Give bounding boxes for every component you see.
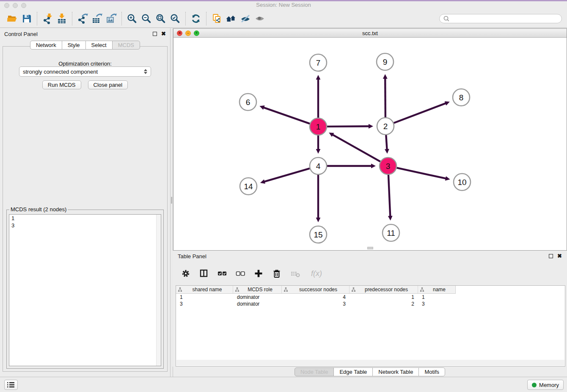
panel-menu-button[interactable] (4, 380, 18, 390)
tab-network-table[interactable]: Network Table (372, 367, 419, 376)
column-header-shared-name[interactable]: shared name (176, 286, 233, 293)
search-box (439, 14, 562, 23)
show-all-button[interactable] (253, 11, 267, 26)
mcds-result-scrollbar[interactable] (156, 215, 161, 366)
window-titlebar: Session: New Session (0, 0, 567, 9)
edge-3-11[interactable] (388, 175, 393, 221)
export-table-button[interactable] (90, 11, 104, 26)
network-canvas[interactable]: 7968124314101511 (173, 38, 567, 250)
tab-node-table[interactable]: Node Table (295, 367, 334, 376)
tab-mcds[interactable]: MCDS (112, 41, 140, 50)
zoom-fit-button[interactable] (154, 11, 168, 26)
graph-node-4[interactable]: 4 (310, 157, 327, 174)
delete-columns-button[interactable] (272, 269, 281, 278)
close-table-panel-icon[interactable]: ✖ (557, 254, 562, 258)
window-title: Session: New Session (0, 2, 567, 8)
tab-edge-table[interactable]: Edge Table (333, 367, 373, 376)
graph-node-8[interactable]: 8 (453, 89, 470, 106)
column-header-name[interactable]: name (418, 286, 455, 293)
select-all-columns-button[interactable] (217, 269, 227, 278)
column-header-mcds-role[interactable]: MCDS role (233, 286, 282, 293)
graph-node-15[interactable]: 15 (310, 226, 327, 243)
criterion-select[interactable]: strongly connected component (19, 66, 151, 77)
column-header-successor-nodes[interactable]: successor nodes (282, 286, 350, 293)
list-icon (7, 381, 15, 388)
node-label: 15 (314, 230, 322, 239)
run-mcds-button[interactable]: Run MCDS (42, 80, 81, 89)
node-label: 6 (246, 98, 250, 107)
close-panel-icon[interactable]: ✖ (161, 32, 166, 36)
edge-2-3[interactable] (385, 135, 389, 154)
close-panel-button[interactable]: Close panel (88, 80, 128, 89)
graph-node-7[interactable]: 7 (310, 54, 327, 71)
search-icon (443, 15, 450, 22)
edge-2-9[interactable] (383, 74, 388, 117)
mcds-panel: Optimization criterion: strongly connect… (3, 46, 168, 372)
mcds-result-item[interactable]: 1 (9, 215, 161, 222)
svg-text:f(x): f(x) (311, 269, 322, 278)
float-table-panel-icon[interactable] (549, 254, 553, 258)
edge-3-1[interactable] (329, 133, 380, 161)
edge-1-4[interactable] (316, 135, 321, 154)
table-row[interactable]: 1dominator411 (176, 294, 565, 301)
edge-3-10[interactable] (397, 168, 450, 180)
graph-node-9[interactable]: 9 (377, 53, 394, 70)
split-panel-button[interactable] (199, 269, 209, 278)
delete-table-icon (290, 269, 301, 278)
export-network-icon (77, 13, 88, 24)
zoom-out-button[interactable] (139, 11, 154, 26)
create-column-button[interactable] (254, 269, 263, 278)
graph-node-2[interactable]: 2 (377, 118, 394, 135)
zoom-in-button[interactable] (125, 11, 139, 26)
zoom-selected-button[interactable] (168, 11, 182, 26)
edge-1-7[interactable] (316, 75, 321, 118)
tab-network[interactable]: Network (30, 41, 62, 50)
export-network-button[interactable] (75, 11, 90, 26)
graph-node-1[interactable]: 1 (310, 118, 327, 135)
float-panel-icon[interactable] (153, 32, 157, 36)
column-header-predecessor-nodes[interactable]: predecessor nodes (350, 286, 418, 293)
open-session-button[interactable] (5, 11, 19, 26)
unselect-all-columns-button[interactable] (236, 269, 245, 278)
attribute-type-icon (284, 287, 288, 292)
column-settings-button[interactable] (181, 269, 190, 278)
eye-slash-icon (240, 13, 251, 24)
divider-grip[interactable] (171, 197, 172, 204)
table-row[interactable]: 3dominator323 (176, 301, 565, 307)
edge-4-15[interactable] (316, 175, 321, 222)
canvas-divider-grip[interactable] (367, 247, 373, 249)
tab-select[interactable]: Select (85, 41, 113, 50)
export-image-button[interactable] (104, 11, 118, 26)
tab-style[interactable]: Style (62, 41, 86, 50)
table-cell: 2 (350, 301, 418, 307)
edge-2-8[interactable] (394, 101, 450, 123)
tab-motifs[interactable]: Motifs (418, 367, 445, 376)
graph-node-10[interactable]: 10 (454, 174, 471, 190)
refresh-layout-button[interactable] (189, 11, 203, 26)
hide-selected-button[interactable] (238, 11, 253, 26)
import-table-button[interactable] (55, 11, 69, 26)
control-panel-title: Control Panel (4, 31, 38, 37)
network-view-window: ✕ – + scc.txt 7968124314101511 (173, 28, 567, 251)
edge-4-14[interactable] (260, 168, 310, 184)
edge-4-3[interactable] (327, 164, 376, 168)
checked-boxes-icon (217, 269, 227, 278)
new-network-from-selection-button[interactable] (209, 11, 224, 26)
graph-node-14[interactable]: 14 (240, 178, 257, 195)
graph-node-11[interactable]: 11 (383, 224, 399, 241)
attribute-type-icon (420, 287, 424, 292)
table-scrollbar-strip[interactable] (176, 360, 564, 366)
search-input[interactable] (451, 15, 558, 22)
graph-node-3[interactable]: 3 (380, 157, 396, 174)
memory-button[interactable]: Memory (527, 380, 564, 390)
first-neighbors-button[interactable] (224, 11, 238, 26)
attribute-type-icon (178, 287, 182, 292)
graph-node-6[interactable]: 6 (239, 94, 256, 110)
import-network-button[interactable] (40, 11, 55, 26)
save-session-button[interactable] (19, 11, 34, 26)
mcds-result-item[interactable]: 3 (9, 222, 161, 229)
edge-1-6[interactable] (259, 105, 310, 124)
table-cell: 1 (176, 294, 233, 301)
edge-1-2[interactable] (327, 124, 373, 129)
status-bar: Memory (0, 377, 567, 392)
